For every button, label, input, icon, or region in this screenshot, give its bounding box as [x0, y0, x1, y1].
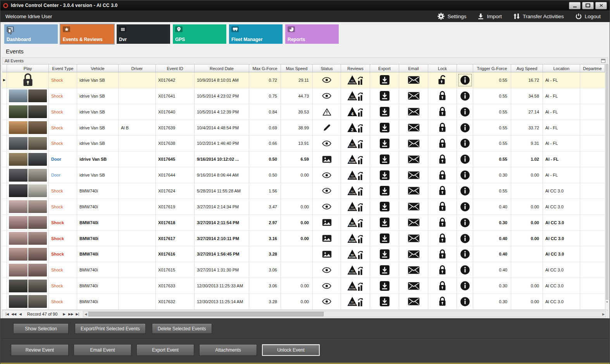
- table-row[interactable]: Dooridrive Van SBX0176459/16/2014 10:12:…: [2, 151, 605, 167]
- event-thumbnail[interactable]: [9, 200, 47, 213]
- tab-dashboard[interactable]: Dashboard: [4, 24, 58, 44]
- scroll-down-icon[interactable]: ▼: [605, 300, 609, 304]
- email-icon[interactable]: [408, 234, 420, 242]
- column-header-info[interactable]: [457, 64, 473, 72]
- info-icon-cell[interactable]: [457, 215, 473, 230]
- table-row[interactable]: ▶Shockidrive Van SBX01764210/9/2014 8:10…: [2, 72, 605, 88]
- minimize-button[interactable]: [569, 2, 581, 9]
- review-score-icon[interactable]: NOSCORE: [347, 138, 364, 149]
- email-icon-cell[interactable]: [399, 88, 428, 104]
- info-icon-cell[interactable]: [457, 120, 473, 136]
- expand-panel-icon[interactable]: [601, 59, 605, 63]
- lock-icon[interactable]: [438, 106, 446, 117]
- horizontal-scrollbar-thumb[interactable]: [88, 312, 323, 316]
- review-score-icon-cell[interactable]: NOSCORE: [341, 246, 370, 262]
- unlock-icon-cell[interactable]: [428, 72, 457, 88]
- export-icon[interactable]: [379, 201, 390, 212]
- info-icon-cell[interactable]: [457, 136, 473, 151]
- play-cell[interactable]: [7, 72, 49, 88]
- horizontal-scrollbar[interactable]: ◀ ▶: [83, 311, 606, 317]
- info-icon[interactable]: [460, 138, 470, 148]
- lock-icon-cell[interactable]: [428, 294, 457, 309]
- info-icon-cell[interactable]: [457, 231, 473, 246]
- event-thumbnail[interactable]: [9, 169, 47, 182]
- email-icon[interactable]: [408, 76, 420, 84]
- email-event-button[interactable]: Email Event: [74, 344, 131, 356]
- email-icon[interactable]: [408, 266, 420, 274]
- export-icon[interactable]: [379, 91, 390, 101]
- play-cell[interactable]: [7, 262, 49, 278]
- column-header-reviews[interactable]: Reviews: [341, 64, 370, 72]
- email-icon-cell[interactable]: [399, 136, 428, 151]
- export-icon[interactable]: [379, 249, 390, 259]
- info-icon[interactable]: [460, 265, 470, 275]
- column-header-driver[interactable]: Driver: [119, 64, 156, 72]
- email-icon-cell[interactable]: [399, 294, 428, 309]
- lock-icon-cell[interactable]: [428, 262, 457, 278]
- lock-icon-cell[interactable]: [428, 246, 457, 262]
- review-score-icon[interactable]: NOSCORE: [347, 233, 364, 244]
- info-icon-cell[interactable]: [457, 183, 473, 199]
- column-header-email[interactable]: Email: [399, 64, 428, 72]
- email-icon-cell[interactable]: [399, 72, 428, 88]
- event-thumbnail[interactable]: [9, 105, 47, 118]
- info-icon[interactable]: [460, 107, 470, 117]
- export-icon-cell[interactable]: [370, 104, 399, 120]
- email-icon-cell[interactable]: [399, 151, 428, 167]
- email-icon[interactable]: [408, 124, 420, 132]
- play-cell[interactable]: [7, 215, 49, 230]
- table-row[interactable]: Shockidrive Van SBX01764010/5/2014 4:12:…: [2, 104, 605, 120]
- table-row[interactable]: Dooridrive Van SBX0176449/16/2014 8:06:4…: [2, 167, 605, 183]
- show-selection-button[interactable]: Show Selection: [13, 323, 69, 334]
- review-score-icon-cell[interactable]: 2: [341, 120, 370, 136]
- event-thumbnail[interactable]: [9, 232, 47, 245]
- email-icon-cell[interactable]: [399, 183, 428, 199]
- column-header-trigger-g-force[interactable]: Trigger G-Force: [473, 64, 511, 72]
- play-cell[interactable]: [7, 231, 49, 246]
- export-icon-cell[interactable]: [370, 262, 399, 278]
- info-icon[interactable]: [460, 123, 470, 133]
- table-row[interactable]: ShockBMW740iX0176173/27/2014 2:10:11 PM3…: [2, 231, 605, 247]
- table-row[interactable]: ShockBMW740iX01763312/30/2013 11:25:33 A…: [2, 278, 605, 294]
- email-icon-cell[interactable]: [399, 278, 428, 294]
- review-score-icon-cell[interactable]: NOSCORE: [341, 72, 370, 88]
- export-icon[interactable]: [379, 170, 390, 180]
- export-print-selected-events-button[interactable]: Export/Print Selected Events: [75, 323, 146, 334]
- email-icon-cell[interactable]: [399, 199, 428, 215]
- attachments-button[interactable]: Attachments: [199, 344, 257, 356]
- email-icon[interactable]: [408, 218, 420, 227]
- review-score-icon[interactable]: NOSCORE: [347, 249, 364, 259]
- info-icon-cell[interactable]: [457, 199, 473, 215]
- email-icon[interactable]: [408, 108, 420, 116]
- table-row[interactable]: ShockBMW740iX0176193/27/2014 2:14:34 PM3…: [2, 199, 605, 215]
- play-cell[interactable]: [7, 199, 49, 215]
- lock-icon[interactable]: [438, 91, 446, 101]
- export-icon-cell[interactable]: [370, 88, 399, 104]
- export-icon-cell[interactable]: [370, 246, 399, 262]
- tab-dvr[interactable]: Dvr: [117, 24, 170, 44]
- export-icon[interactable]: [379, 233, 390, 244]
- review-score-icon-cell[interactable]: NOSCORE: [341, 88, 370, 104]
- email-icon-cell[interactable]: [399, 231, 428, 246]
- play-cell[interactable]: [7, 167, 49, 183]
- lock-icon-cell[interactable]: [428, 88, 457, 104]
- email-icon[interactable]: [408, 203, 420, 211]
- event-thumbnail[interactable]: [9, 153, 47, 166]
- column-header-lock[interactable]: Lock: [428, 64, 457, 72]
- export-icon-cell[interactable]: [370, 72, 399, 88]
- table-row[interactable]: ShockBMW740iX0176163/27/2014 1:56:45 PM3…: [2, 246, 605, 262]
- review-score-icon[interactable]: NOSCORE: [347, 281, 364, 291]
- column-header-departme[interactable]: Departme: [580, 64, 605, 72]
- info-icon[interactable]: [460, 202, 470, 212]
- export-icon[interactable]: [379, 265, 390, 275]
- table-row[interactable]: ShockBMW740iX0176245/28/2014 11:55:28 AM…: [2, 183, 605, 199]
- export-icon-cell[interactable]: [370, 215, 399, 230]
- menu-action-import[interactable]: Import: [478, 13, 501, 19]
- menu-action-transfer-activities[interactable]: Transfer Activities: [514, 13, 564, 19]
- table-row[interactable]: ShockBMW740iX0176153/27/2014 1:31:30 PM3…: [2, 262, 605, 278]
- vertical-scrollbar[interactable]: ▼: [605, 64, 608, 310]
- info-icon-cell[interactable]: [457, 151, 473, 167]
- event-thumbnail[interactable]: [9, 295, 47, 308]
- info-icon[interactable]: [460, 170, 470, 180]
- column-header-vehicle[interactable]: Vehicle: [77, 64, 119, 72]
